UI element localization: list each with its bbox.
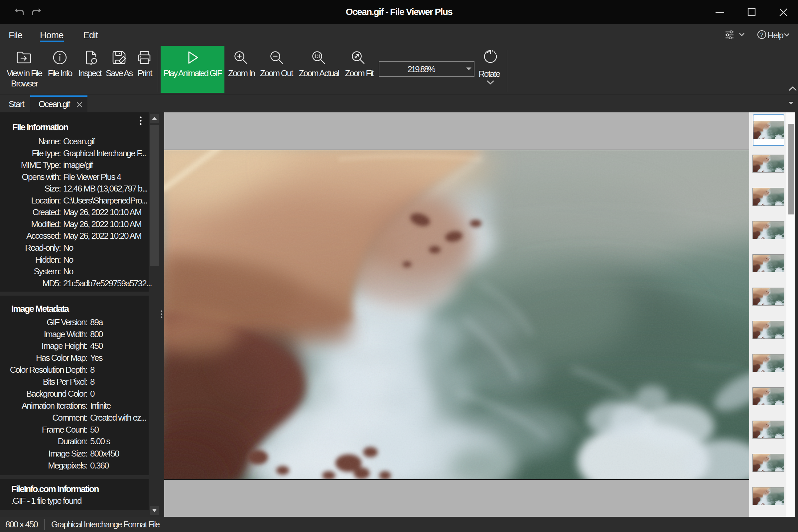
svg-text:?: ? xyxy=(760,32,763,38)
